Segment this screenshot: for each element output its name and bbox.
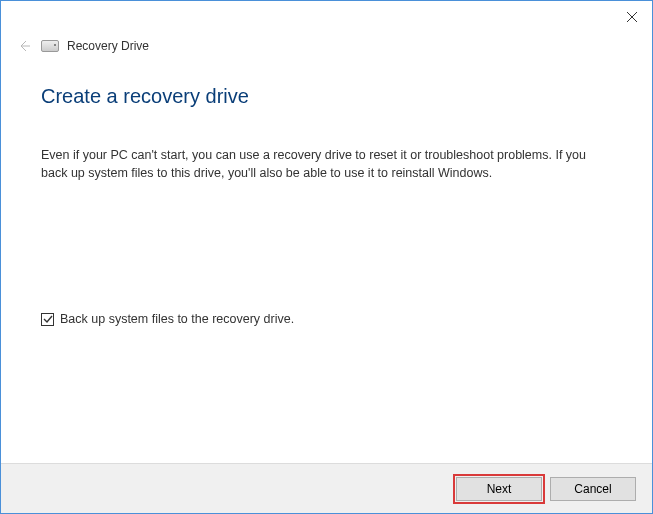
- close-icon: [627, 12, 637, 22]
- header-row: Recovery Drive: [1, 33, 652, 65]
- checkmark-icon: [43, 314, 53, 324]
- backup-checkbox[interactable]: [41, 313, 54, 326]
- back-button[interactable]: [15, 37, 33, 55]
- window-title: Recovery Drive: [67, 39, 149, 53]
- back-arrow-icon: [17, 39, 31, 53]
- next-button[interactable]: Next: [456, 477, 542, 501]
- page-heading: Create a recovery drive: [41, 85, 612, 108]
- titlebar: [1, 1, 652, 33]
- body-text: Even if your PC can't start, you can use…: [41, 146, 601, 182]
- drive-icon: [41, 40, 59, 52]
- footer: Next Cancel: [1, 463, 652, 513]
- content-area: Create a recovery drive Even if your PC …: [1, 65, 652, 326]
- close-button[interactable]: [624, 9, 640, 25]
- backup-checkbox-row[interactable]: Back up system files to the recovery dri…: [41, 312, 612, 326]
- backup-checkbox-label: Back up system files to the recovery dri…: [60, 312, 294, 326]
- cancel-button[interactable]: Cancel: [550, 477, 636, 501]
